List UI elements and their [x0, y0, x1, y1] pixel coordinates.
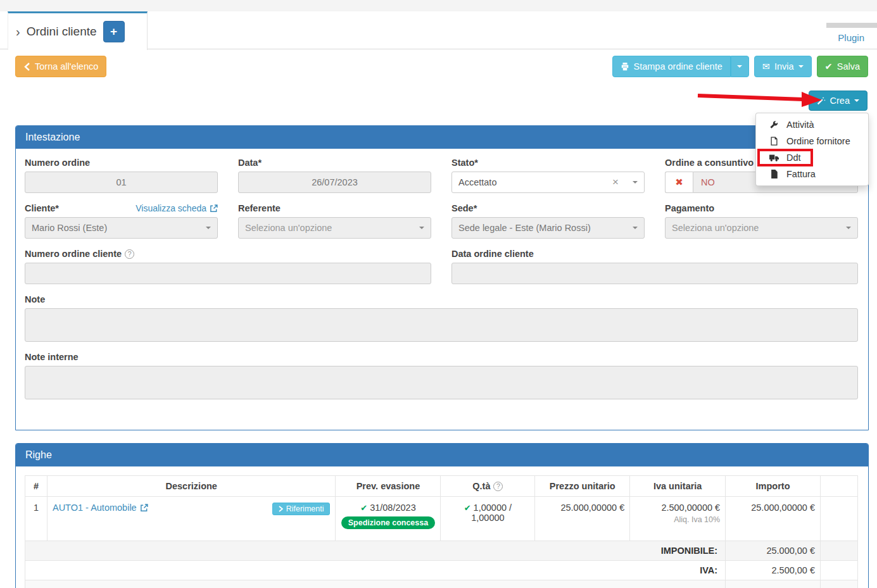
menu-item-attivita[interactable]: Attività	[756, 116, 868, 133]
truck-icon	[769, 154, 779, 162]
wrench-icon	[769, 120, 779, 129]
check-icon: ✔	[825, 61, 833, 72]
note-textarea[interactable]	[25, 308, 858, 342]
toggle-no-button[interactable]: ✖	[665, 172, 693, 193]
page-title: Ordini cliente	[27, 25, 97, 39]
help-icon: ?	[493, 482, 503, 491]
add-tab-button[interactable]: +	[103, 21, 125, 42]
sede-select[interactable]: Sede legale - Este (Mario Rossi)	[451, 217, 645, 239]
righe-panel: Righe # Descrizione Prev. evasione Q.tà?…	[15, 443, 869, 588]
print-split-button: Stampa ordine cliente	[612, 56, 749, 77]
chevron-left-icon	[23, 63, 30, 71]
referente-label: Referente	[238, 203, 431, 213]
menu-item-ordine-fornitore[interactable]: Ordine fornitore	[756, 133, 868, 149]
top-strip	[0, 0, 877, 11]
iva-value: 2.500,00 €	[726, 561, 821, 580]
check-icon: ✔	[464, 503, 471, 513]
save-button[interactable]: ✔ Salva	[817, 56, 868, 77]
chevron-right-icon	[279, 506, 283, 512]
note-label: Note	[25, 294, 858, 304]
caret-down-icon	[633, 181, 638, 184]
intestazione-panel: Intestazione Numero ordine 01 Data* 26/0…	[15, 125, 869, 430]
note-interne-label: Note interne	[25, 352, 858, 362]
external-link-icon	[140, 504, 148, 512]
prev-evasione-date: 31/08/2023	[370, 503, 416, 513]
data-ordine-cliente-input[interactable]	[451, 263, 858, 284]
back-to-list-button[interactable]: Torna all'elenco	[15, 56, 106, 77]
create-button-label: Crea	[830, 96, 850, 106]
menu-item-label: Ddt	[786, 153, 801, 163]
col-header-importo: Importo	[726, 476, 821, 497]
envelope-icon: ✉	[762, 61, 770, 72]
cliente-select[interactable]: Mario Rossi (Este)	[25, 217, 218, 239]
row-actions-cell	[821, 497, 858, 541]
menu-item-label: Attività	[786, 120, 814, 130]
send-button-label: Invia	[774, 61, 794, 72]
file-outline-icon	[769, 137, 779, 146]
menu-item-ddt[interactable]: Ddt	[756, 149, 868, 166]
caret-down-icon	[419, 227, 424, 229]
righe-table: # Descrizione Prev. evasione Q.tà? Prezz…	[25, 475, 858, 588]
note-interne-textarea[interactable]	[25, 366, 858, 399]
aliquota-iva-note: Aliq. Iva 10%	[635, 515, 720, 524]
prezzo-unitario-value: 25.000,00000 €	[535, 497, 630, 541]
numero-ordine-cliente-input[interactable]	[25, 263, 431, 284]
referente-select[interactable]: Seleziona un'opzione	[238, 217, 431, 239]
table-row: 1 AUTO1 - Automobile Riferi	[25, 497, 858, 541]
col-header-prezzo: Prezzo unitario	[535, 476, 630, 497]
article-link[interactable]: AUTO1 - Automobile	[53, 503, 148, 513]
check-icon: ✔	[360, 503, 367, 513]
row-number: 1	[25, 497, 47, 541]
pagamento-select[interactable]: Seleziona un'opzione	[665, 217, 858, 239]
visualizza-scheda-label: Visualizza scheda	[136, 203, 206, 213]
totale-row-partial	[25, 580, 858, 588]
numero-ordine-cliente-label: Numero ordine cliente?	[25, 249, 431, 259]
col-header-actions	[821, 476, 858, 497]
clear-icon[interactable]: ×	[612, 176, 619, 189]
visualizza-scheda-link[interactable]: Visualizza scheda	[136, 203, 218, 213]
file-solid-icon	[769, 170, 779, 178]
create-button[interactable]: Crea	[809, 91, 868, 111]
numero-ordine-label: Numero ordine	[25, 158, 218, 168]
cliente-label: Cliente*	[25, 203, 59, 213]
col-header-qta: Q.tà?	[441, 476, 535, 497]
riferimenti-button[interactable]: Riferimenti	[272, 503, 331, 515]
data-ordine-cliente-label: Data ordine cliente	[451, 249, 858, 259]
send-button[interactable]: ✉ Invia	[754, 56, 812, 77]
external-link-icon	[210, 204, 218, 213]
pagamento-label: Pagamento	[665, 203, 858, 213]
print-dropdown-toggle[interactable]	[731, 56, 749, 77]
caret-down-icon	[633, 227, 638, 229]
data-input: 26/07/2023	[238, 172, 431, 193]
caret-down-icon	[846, 227, 851, 229]
stato-label: Stato*	[451, 158, 645, 168]
save-button-label: Salva	[837, 61, 860, 72]
intestazione-panel-header: Intestazione	[16, 126, 868, 149]
print-button-label: Stampa ordine cliente	[634, 61, 722, 72]
shipping-allowed-badge: Spedizione concessa	[341, 516, 435, 529]
tab-ordini-cliente[interactable]: › Ordini cliente +	[8, 11, 148, 50]
magic-wand-icon	[817, 96, 826, 105]
data-label: Data*	[238, 158, 431, 168]
chevron-right-icon: ›	[16, 25, 20, 39]
caret-down-icon	[798, 65, 804, 68]
plugin-link[interactable]: Plugin	[838, 32, 864, 43]
back-button-label: Torna all'elenco	[35, 61, 98, 72]
col-header-descrizione: Descrizione	[47, 476, 336, 497]
collapsed-tab[interactable]	[826, 23, 877, 28]
col-header-iva: Iva unitaria	[630, 476, 726, 497]
col-header-num: #	[25, 476, 47, 497]
caret-down-icon	[737, 65, 742, 68]
caret-down-icon	[854, 99, 859, 102]
printer-icon	[621, 62, 629, 71]
stato-select[interactable]: Accettato ×	[451, 172, 645, 193]
imponibile-row: IMPONIBILE: 25.000,00 €	[25, 541, 858, 561]
print-order-button[interactable]: Stampa ordine cliente	[612, 56, 731, 77]
caret-down-icon	[206, 227, 211, 229]
create-dropdown-menu: Attività Ordine fornitore Ddt Fattura	[755, 113, 869, 186]
sede-label: Sede*	[451, 203, 645, 213]
col-header-prev-evasione: Prev. evasione	[336, 476, 441, 497]
iva-unitaria-value: 2.500,00000 €	[635, 503, 720, 513]
menu-item-fattura[interactable]: Fattura	[756, 166, 868, 182]
menu-item-label: Ordine fornitore	[786, 136, 850, 146]
